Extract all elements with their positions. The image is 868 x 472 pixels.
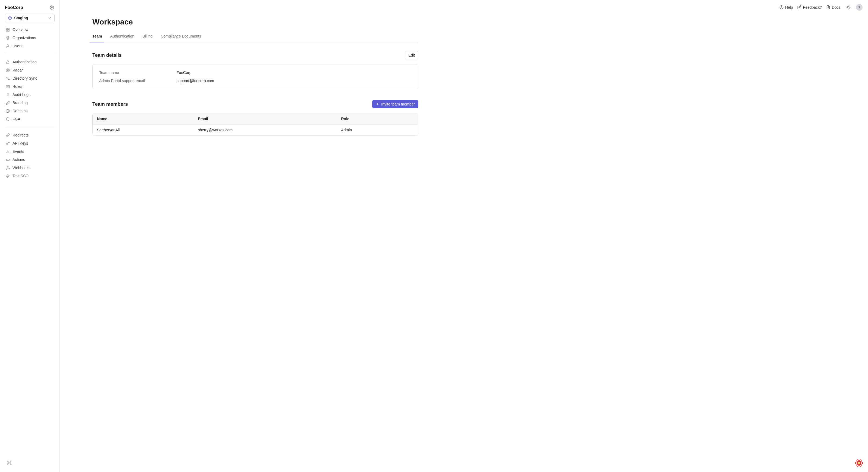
- sidebar-item-branding[interactable]: Branding: [3, 99, 57, 107]
- sun-icon: [846, 5, 850, 9]
- sidebar-item-roles[interactable]: Roles: [3, 82, 57, 91]
- list-icon: [5, 92, 10, 97]
- webhook-icon: [5, 166, 10, 170]
- sidebar-item-users[interactable]: Users: [3, 42, 57, 50]
- sidebar-item-label: Organizations: [12, 36, 36, 40]
- sidebar-item-label: Roles: [12, 84, 22, 89]
- sidebar-item-audit-logs[interactable]: Audit Logs: [3, 91, 57, 99]
- org-name: FooCorp: [5, 5, 23, 10]
- sidebar-item-overview[interactable]: Overview: [3, 26, 57, 34]
- sidebar-item-label: Events: [12, 149, 24, 154]
- brush-icon: [5, 100, 10, 105]
- sidebar-item-label: API Keys: [12, 141, 28, 145]
- detail-row: Team nameFooCorp: [99, 70, 411, 75]
- sidebar-item-redirects[interactable]: Redirects: [3, 131, 57, 139]
- svg-point-0: [51, 7, 53, 8]
- detail-value: FooCorp: [177, 70, 191, 75]
- svg-rect-5: [6, 30, 7, 31]
- sidebar-item-label: Authentication: [12, 60, 37, 64]
- main: Help Feedback? Docs S Workspace TeamAuth…: [60, 0, 868, 472]
- cell-email: sherry@workos.com: [193, 124, 337, 136]
- svg-point-30: [6, 159, 7, 160]
- sidebar-item-fga[interactable]: FGA: [3, 115, 57, 123]
- tab-billing[interactable]: Billing: [142, 34, 152, 42]
- radar-icon: [5, 68, 10, 72]
- sidebar-item-directory-sync[interactable]: Directory Sync: [3, 74, 57, 82]
- sidebar-item-domains[interactable]: Domains: [3, 107, 57, 115]
- key-icon: [5, 141, 10, 145]
- topbar: Help Feedback? Docs S: [60, 0, 868, 14]
- sidebar-item-api-keys[interactable]: API Keys: [3, 139, 57, 147]
- sidebar-item-label: Radar: [12, 68, 23, 72]
- detail-row: Admin Portal support emailsupport@foocor…: [99, 79, 411, 83]
- cube-icon: [8, 16, 12, 20]
- table-row[interactable]: Sheheryar Alisherry@workos.comAdmin: [93, 124, 418, 136]
- sidebar-item-label: Test SSO: [12, 174, 29, 178]
- sidebar-item-label: Audit Logs: [12, 92, 30, 97]
- page-title: Workspace: [92, 18, 418, 26]
- plus-icon: [376, 102, 379, 106]
- layers-icon: [5, 36, 10, 40]
- bolt-icon: [5, 174, 10, 178]
- environment-label: Staging: [14, 16, 28, 20]
- sidebar-item-label: FGA: [12, 117, 20, 121]
- theme-toggle[interactable]: [845, 4, 852, 10]
- tab-authentication[interactable]: Authentication: [110, 34, 134, 42]
- switch-icon: [5, 157, 10, 162]
- shield-icon: [5, 117, 10, 121]
- svg-rect-2: [6, 28, 7, 29]
- team-details-card: Team nameFooCorpAdmin Portal support ema…: [92, 64, 418, 89]
- edit-button[interactable]: Edit: [405, 51, 418, 59]
- dev-tools-badge[interactable]: [854, 458, 864, 468]
- sidebar-item-authentication[interactable]: Authentication: [3, 58, 57, 66]
- sidebar: FooCorp Staging OverviewOrganizationsUse…: [0, 0, 60, 472]
- sidebar-item-events[interactable]: Events: [3, 147, 57, 155]
- members-table: Name Email Role Sheheryar Alisherry@work…: [92, 113, 418, 136]
- sidebar-item-webhooks[interactable]: Webhooks: [3, 164, 57, 172]
- svg-line-39: [847, 6, 847, 6]
- tab-team[interactable]: Team: [92, 34, 102, 42]
- workos-logo: [5, 459, 55, 467]
- lock-icon: [5, 60, 10, 64]
- svg-line-43: [847, 8, 847, 9]
- svg-rect-3: [8, 28, 9, 29]
- edit-icon: [797, 5, 801, 9]
- environment-selector[interactable]: Staging: [5, 13, 55, 22]
- grid-icon: [5, 27, 10, 32]
- team-details-heading: Team details: [92, 53, 122, 58]
- sidebar-item-label: Redirects: [12, 133, 29, 137]
- detail-label: Admin Portal support email: [99, 79, 177, 83]
- help-link[interactable]: Help: [779, 5, 793, 9]
- settings-button[interactable]: [49, 5, 55, 10]
- file-icon: [826, 5, 830, 9]
- avatar[interactable]: S: [856, 4, 863, 10]
- svg-marker-31: [6, 174, 9, 178]
- sidebar-item-organizations[interactable]: Organizations: [3, 34, 57, 42]
- svg-point-7: [7, 44, 8, 46]
- svg-marker-6: [6, 36, 9, 38]
- invite-member-button[interactable]: Invite team member: [372, 100, 418, 108]
- column-email: Email: [193, 113, 337, 124]
- chart-icon: [5, 149, 10, 154]
- chevron-down-icon: [48, 16, 52, 20]
- gear-icon: [50, 5, 54, 10]
- svg-point-13: [6, 77, 8, 78]
- sidebar-item-test-sso[interactable]: Test SSO: [3, 172, 57, 180]
- svg-rect-4: [8, 30, 9, 31]
- svg-point-36: [847, 6, 849, 8]
- sidebar-item-actions[interactable]: Actions: [3, 155, 57, 164]
- svg-line-44: [849, 6, 850, 6]
- sidebar-item-label: Directory Sync: [12, 76, 37, 81]
- sidebar-item-radar[interactable]: Radar: [3, 66, 57, 74]
- docs-link[interactable]: Docs: [826, 5, 841, 9]
- feedback-link[interactable]: Feedback?: [797, 5, 822, 9]
- cell-name: Sheheryar Ali: [93, 124, 193, 136]
- svg-point-12: [7, 70, 8, 71]
- globe-icon: [5, 109, 10, 113]
- cell-role: Admin: [337, 124, 418, 136]
- tabs: TeamAuthenticationBillingCompliance Docu…: [92, 34, 418, 42]
- team-members-heading: Team members: [92, 101, 128, 107]
- tab-compliance[interactable]: Compliance Documents: [161, 34, 201, 42]
- table-header: Name Email Role: [93, 113, 418, 124]
- svg-line-40: [849, 8, 850, 9]
